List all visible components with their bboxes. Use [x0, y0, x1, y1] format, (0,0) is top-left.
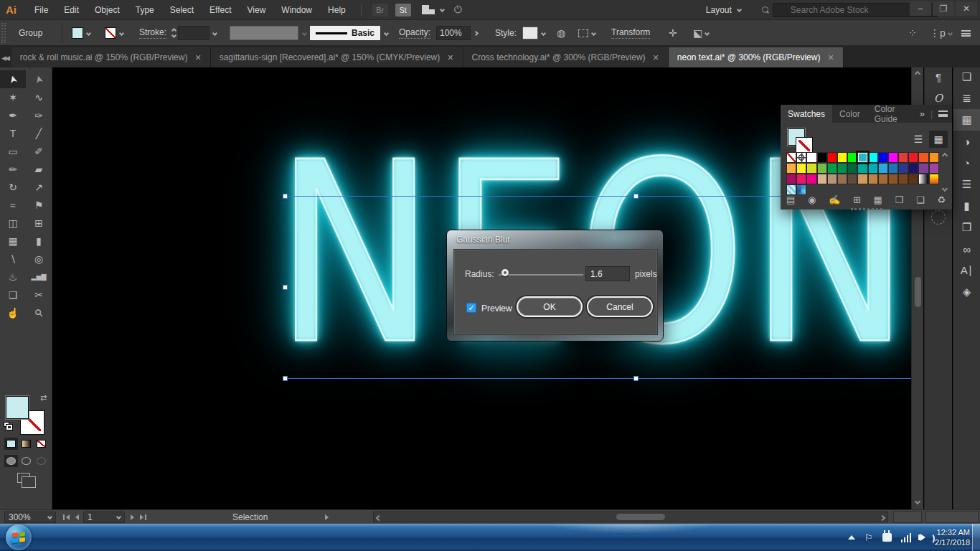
swatch[interactable]	[837, 174, 847, 184]
swatch[interactable]	[837, 163, 847, 174]
swatch-registration[interactable]	[796, 152, 806, 163]
swatch[interactable]	[837, 152, 847, 163]
gpu-performance-icon[interactable]: ⏻	[453, 3, 463, 17]
swatches-panel-icon[interactable]: ▦	[953, 109, 980, 131]
stroke-color-button[interactable]	[105, 20, 123, 46]
show-desktop-button[interactable]	[972, 524, 980, 551]
menu-select[interactable]: Select	[162, 0, 202, 20]
swatch[interactable]	[857, 163, 867, 174]
swatch[interactable]	[918, 152, 928, 163]
gradient-mode-button[interactable]	[19, 438, 33, 450]
dock-collapse-icon[interactable]: ◀◀	[1, 55, 9, 62]
gradient-tool[interactable]: ▮	[26, 232, 52, 250]
close-tab-icon[interactable]: ✕	[827, 53, 834, 62]
swatch[interactable]	[898, 174, 908, 184]
swatch-pattern-water[interactable]	[796, 184, 806, 195]
menu-type[interactable]: Type	[128, 0, 162, 20]
minimize-button[interactable]: –	[910, 1, 931, 16]
tab-swatches[interactable]: Swatches	[781, 105, 832, 123]
bounding-box-icon[interactable]	[578, 20, 595, 46]
radius-input[interactable]	[585, 266, 630, 281]
column-graph-tool[interactable]: ▂▅▇	[26, 268, 52, 286]
restore-button[interactable]: ❐	[933, 1, 954, 16]
swatch[interactable]	[806, 174, 816, 184]
swatch[interactable]	[827, 163, 837, 174]
swatch-options-icon[interactable]: ✍	[829, 194, 840, 205]
selection-handle[interactable]	[283, 194, 288, 199]
layers-panel-icon[interactable]: ◈	[953, 281, 980, 303]
swatch[interactable]	[786, 163, 796, 174]
panel-resize-grip[interactable]	[851, 208, 882, 210]
symbols-panel-icon[interactable]	[925, 207, 952, 228]
swatch[interactable]	[918, 163, 928, 174]
swatch[interactable]	[878, 152, 888, 163]
swatch-selected[interactable]	[857, 152, 867, 163]
start-button[interactable]	[6, 524, 32, 550]
delete-swatch-icon[interactable]: ♻	[937, 194, 946, 205]
stroke-weight-value[interactable]	[178, 26, 209, 40]
scroll-left-icon[interactable]	[376, 515, 382, 521]
swatch[interactable]	[827, 152, 837, 163]
lasso-tool[interactable]: ∿	[26, 88, 52, 106]
action-center-flag-icon[interactable]: ⚐	[864, 532, 873, 543]
swatch[interactable]	[888, 152, 898, 163]
opacity-control[interactable]: 100%	[436, 20, 478, 46]
docking-icon[interactable]: ⋮p	[927, 20, 952, 46]
selection-tool[interactable]: ➤	[0, 70, 26, 88]
swatch[interactable]	[908, 152, 918, 163]
align-glyphs-icon[interactable]: ⁘	[905, 20, 920, 46]
safely-remove-hardware-icon[interactable]	[882, 533, 892, 542]
scroll-down-icon[interactable]	[915, 499, 920, 504]
cc-libraries-panel-icon[interactable]: ∞	[953, 238, 980, 260]
swatch[interactable]	[929, 152, 939, 163]
panel-expand-icon[interactable]: »	[920, 108, 925, 119]
menu-window[interactable]: Window	[273, 0, 320, 20]
rectangle-tool[interactable]: ▭	[0, 142, 26, 160]
tab-color[interactable]: Color	[832, 105, 867, 123]
menu-file[interactable]: File	[27, 0, 56, 20]
chevron-down-icon[interactable]	[440, 7, 445, 12]
swatch[interactable]	[796, 174, 806, 184]
none-mode-button[interactable]	[34, 438, 48, 450]
selection-handle[interactable]	[283, 285, 288, 290]
transparency-panel-icon[interactable]: ❐	[953, 217, 980, 238]
eraser-tool[interactable]: ▰	[26, 160, 52, 178]
swatch[interactable]	[868, 174, 878, 184]
align-panel-icon[interactable]: ≣	[953, 88, 980, 109]
cancel-button[interactable]: Cancel	[587, 296, 653, 317]
shape-builder-tool[interactable]: ◫	[0, 214, 26, 232]
document-setup-icon[interactable]: ◍	[554, 20, 568, 46]
paintbrush-tool[interactable]: ✐	[26, 142, 52, 160]
swatch[interactable]	[847, 152, 857, 163]
menu-effect[interactable]: Effect	[202, 0, 239, 20]
grid-view-button[interactable]: ▦	[929, 131, 948, 148]
swatch-pattern-checker[interactable]	[786, 184, 796, 195]
draw-behind-button[interactable]	[19, 455, 33, 467]
next-artboard-button[interactable]	[131, 512, 134, 522]
fill-color-button[interactable]	[72, 20, 90, 46]
variable-width-profile[interactable]: Basic	[310, 20, 388, 46]
panel-fill-stroke-proxy[interactable]	[788, 128, 812, 153]
swatch[interactable]	[806, 163, 816, 174]
graphic-style-dropdown[interactable]	[522, 20, 545, 46]
radius-slider-track[interactable]	[499, 274, 583, 276]
rotate-tool[interactable]: ↻	[0, 178, 26, 196]
show-kinds-icon[interactable]: ◉	[808, 194, 816, 205]
stock-button[interactable]: St	[395, 4, 411, 17]
radius-slider-knob[interactable]	[501, 269, 509, 276]
swatch[interactable]	[908, 163, 918, 174]
selection-handle[interactable]	[633, 194, 639, 199]
horizontal-scrollbar[interactable]	[373, 512, 888, 522]
width-tool[interactable]: ≈	[0, 196, 26, 214]
tab-color-guide[interactable]: Color Guide	[867, 105, 920, 123]
stroke-panel-icon[interactable]: ☰	[953, 174, 980, 195]
align-art-icon[interactable]: ✛	[666, 20, 680, 46]
stepper-down-icon[interactable]	[171, 33, 176, 38]
symbol-sprayer-tool[interactable]: ♨	[0, 268, 26, 286]
panel-menu-icon[interactable]	[938, 110, 948, 117]
color-panel-icon[interactable]: ◑	[953, 131, 980, 152]
menu-edit[interactable]: Edit	[56, 0, 87, 20]
opacity-label[interactable]: Opacity:	[399, 27, 430, 39]
close-tab-icon[interactable]: ✕	[194, 53, 201, 62]
swatch[interactable]	[817, 174, 827, 184]
